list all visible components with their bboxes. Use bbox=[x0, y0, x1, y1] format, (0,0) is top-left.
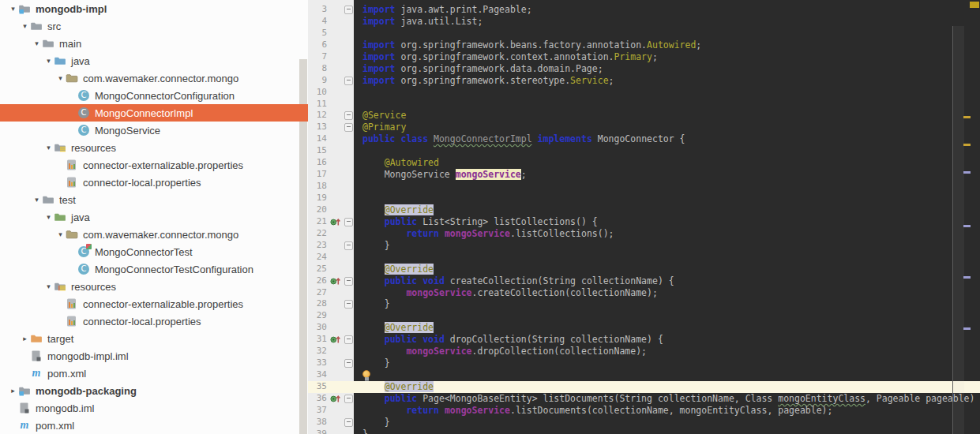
line-number[interactable]: 17 bbox=[308, 169, 329, 181]
code-text[interactable] bbox=[356, 99, 362, 110]
tree-item-resources[interactable]: ▾resources bbox=[0, 139, 308, 156]
code-text[interactable] bbox=[356, 181, 362, 193]
line-number[interactable]: 31 bbox=[308, 334, 329, 346]
line-number[interactable]: 33 bbox=[308, 357, 329, 369]
tree-item-mongodb-impl[interactable]: ▾mongodb-impl bbox=[0, 0, 308, 17]
tree-expanded-arrow-icon[interactable]: ▾ bbox=[43, 213, 54, 221]
line-number[interactable]: 23 bbox=[308, 240, 329, 252]
tree-expanded-arrow-icon[interactable]: ▾ bbox=[32, 39, 42, 47]
tree-expanded-arrow-icon[interactable]: ▾ bbox=[8, 5, 18, 13]
code-text[interactable]: public class MongoConnectorImpl implemen… bbox=[356, 133, 685, 145]
override-method-gutter-icon[interactable] bbox=[329, 275, 341, 287]
inspection-status-indicator[interactable] bbox=[970, 2, 979, 8]
tree-item-test[interactable]: ▾test bbox=[0, 191, 308, 208]
tree-item-mongoconnectortest[interactable]: CMongoConnectorTest bbox=[0, 243, 308, 260]
stripe-usage-mark[interactable] bbox=[963, 327, 971, 330]
code-text[interactable]: @Autowired bbox=[356, 157, 439, 169]
stripe-usage-mark[interactable] bbox=[963, 276, 971, 279]
code-text[interactable]: } bbox=[356, 417, 390, 428]
tree-item-mongoservice[interactable]: CMongoService bbox=[0, 122, 308, 139]
code-editor[interactable]: 3import java.awt.print.Pageable;4import … bbox=[308, 0, 980, 434]
tree-expanded-arrow-icon[interactable]: ▾ bbox=[55, 230, 66, 238]
code-text[interactable]: import org.springframework.stereotype.Se… bbox=[356, 75, 614, 87]
line-number[interactable]: 26 bbox=[308, 275, 329, 287]
code-text[interactable] bbox=[356, 252, 362, 264]
code-text[interactable]: } bbox=[356, 298, 390, 310]
tree-item-connector-externalizable-properties[interactable]: connector-externalizable.properties bbox=[0, 295, 308, 312]
line-number[interactable]: 34 bbox=[308, 369, 329, 381]
code-text[interactable]: public void dropCollection(String collec… bbox=[356, 334, 663, 346]
code-text[interactable]: import org.springframework.beans.factory… bbox=[356, 39, 701, 51]
editor-scrollbar-thumb[interactable] bbox=[952, 26, 964, 434]
tree-item-java[interactable]: ▾java bbox=[0, 52, 308, 69]
tree-item-mongodb-iml[interactable]: mongodb.iml bbox=[0, 399, 308, 417]
tree-item-src[interactable]: ▾src bbox=[0, 17, 308, 35]
override-method-gutter-icon[interactable] bbox=[329, 393, 341, 405]
tree-expanded-arrow-icon[interactable]: ▾ bbox=[43, 282, 54, 290]
fold-end-marker-icon[interactable] bbox=[344, 77, 353, 85]
line-number[interactable]: 38 bbox=[308, 417, 329, 428]
line-number[interactable]: 15 bbox=[308, 145, 329, 157]
code-text[interactable]: import org.springframework.data.domain.P… bbox=[356, 63, 603, 75]
code-text[interactable]: @Primary bbox=[356, 122, 406, 133]
tree-expanded-arrow-icon[interactable]: ▾ bbox=[43, 144, 54, 152]
line-number[interactable]: 7 bbox=[308, 51, 329, 63]
code-text[interactable] bbox=[356, 193, 362, 204]
fold-end-marker-icon[interactable] bbox=[344, 359, 353, 368]
line-number[interactable]: 9 bbox=[308, 75, 329, 87]
code-text[interactable]: import org.springframework.context.annot… bbox=[356, 51, 658, 63]
line-number[interactable]: 29 bbox=[308, 310, 329, 322]
line-number[interactable]: 22 bbox=[308, 228, 329, 240]
tree-item-mongoconnectorconfiguration[interactable]: CMongoConnectorConfiguration bbox=[0, 87, 308, 104]
tree-item-mongodb-packaging[interactable]: ▸mongodb-packaging bbox=[0, 382, 308, 399]
line-number[interactable]: 14 bbox=[308, 133, 329, 145]
tree-item-mongoconnectortestconfiguration[interactable]: CMongoConnectorTestConfiguration bbox=[0, 260, 308, 278]
code-text[interactable]: mongoService.dropCollection(collectionNa… bbox=[356, 346, 647, 357]
line-number[interactable]: 35 bbox=[308, 381, 329, 393]
tree-expanded-arrow-icon[interactable]: ▾ bbox=[55, 74, 66, 82]
fold-start-marker-icon[interactable] bbox=[344, 335, 353, 344]
fold-end-marker-icon[interactable] bbox=[344, 300, 353, 309]
code-text[interactable]: return mongoService.listDocuments(collec… bbox=[356, 405, 832, 417]
tree-item-com-wavemaker-connector-mongo[interactable]: ▾com.wavemaker.connector.mongo bbox=[0, 69, 308, 87]
code-text[interactable]: } bbox=[356, 357, 390, 369]
line-number[interactable]: 12 bbox=[308, 110, 329, 122]
line-number[interactable]: 6 bbox=[308, 39, 329, 51]
fold-start-marker-icon[interactable] bbox=[344, 111, 353, 120]
line-number[interactable]: 32 bbox=[308, 346, 329, 357]
line-number[interactable]: 13 bbox=[308, 122, 329, 133]
fold-start-marker-icon[interactable] bbox=[344, 277, 353, 286]
line-number[interactable]: 25 bbox=[308, 264, 329, 275]
code-text[interactable]: import java.awt.print.Pageable; bbox=[356, 4, 532, 16]
code-text[interactable] bbox=[356, 369, 371, 381]
tree-item-mongoconnectorimpl[interactable]: CMongoConnectorImpl bbox=[0, 104, 308, 122]
tree-expanded-arrow-icon[interactable]: ▾ bbox=[20, 22, 30, 30]
code-text[interactable]: public Page<MongoBaseEntity> listDocumen… bbox=[356, 393, 980, 405]
tree-item-resources[interactable]: ▾resources bbox=[0, 278, 308, 295]
intention-bulb-icon[interactable] bbox=[362, 370, 371, 381]
line-number[interactable]: 30 bbox=[308, 322, 329, 334]
code-text[interactable]: import java.util.List; bbox=[356, 16, 482, 28]
tree-item-connector-local-properties[interactable]: connector-local.properties bbox=[0, 174, 308, 191]
line-number[interactable]: 21 bbox=[308, 216, 329, 228]
tree-expanded-arrow-icon[interactable]: ▾ bbox=[43, 57, 54, 65]
code-text[interactable]: } bbox=[356, 240, 390, 252]
line-number[interactable]: 37 bbox=[308, 405, 329, 417]
fold-end-marker-icon[interactable] bbox=[344, 241, 353, 250]
line-number[interactable]: 20 bbox=[308, 204, 329, 216]
line-number[interactable]: 10 bbox=[308, 87, 329, 99]
line-number[interactable]: 28 bbox=[308, 298, 329, 310]
code-text[interactable]: return mongoService.listCollections(); bbox=[356, 228, 614, 240]
stripe-usage-mark[interactable] bbox=[963, 171, 971, 174]
line-number[interactable]: 24 bbox=[308, 252, 329, 264]
line-number[interactable]: 3 bbox=[308, 4, 329, 16]
tree-item-pom-xml[interactable]: mpom.xml bbox=[0, 417, 308, 434]
fold-end-marker-icon[interactable] bbox=[344, 418, 353, 427]
code-text[interactable]: @Service bbox=[356, 110, 406, 122]
line-number[interactable]: 39 bbox=[308, 428, 329, 434]
code-text[interactable] bbox=[356, 145, 362, 157]
code-text[interactable]: public void createCollection(String coll… bbox=[356, 275, 674, 287]
line-number[interactable]: 16 bbox=[308, 157, 329, 169]
fold-start-marker-icon[interactable] bbox=[344, 218, 353, 226]
tree-item-pom-xml[interactable]: mpom.xml bbox=[0, 365, 308, 382]
